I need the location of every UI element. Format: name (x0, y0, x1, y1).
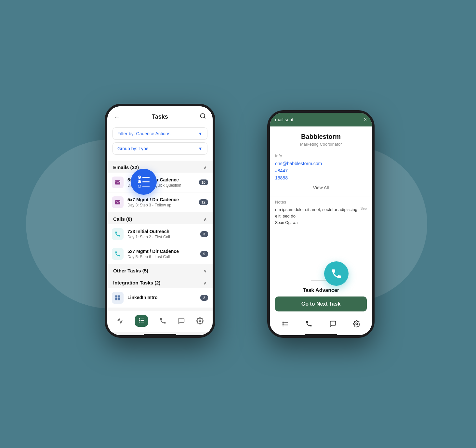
task-name-linkedin-1: LinkedIn Intro (127, 295, 200, 300)
email-icon-1 (114, 180, 121, 185)
right-nav-messages[interactable] (329, 320, 337, 327)
contact-title: Marketing Coordinator (276, 142, 365, 147)
notes-content: em ipsum dolor sit amet, sectetur adipis… (275, 206, 367, 225)
task-advancer-title: Task Advancer (275, 287, 367, 293)
calls-group-title: Calls (8) (113, 216, 132, 222)
integration-tasks-group-title: Integration Tasks (2) (113, 280, 161, 285)
back-button[interactable]: ← (114, 113, 120, 121)
left-screen-content: ← Tasks Filter by: Cadence Actions ▼ (107, 106, 213, 335)
filter-type-btn[interactable]: Group by: Type ▼ (112, 142, 207, 155)
svg-rect-3 (115, 200, 120, 204)
right-screen-content: mail sent × Babblestorm Marketing Coordi… (270, 113, 372, 335)
filter-type-label: Group by: Type (117, 146, 148, 151)
notes-author: Sean Ogawa (275, 220, 360, 225)
other-tasks-group-header[interactable]: Other Tasks (5) ∨ (107, 264, 213, 276)
nav-calls[interactable] (159, 317, 166, 324)
svg-rect-15 (283, 322, 284, 323)
right-tasks-icon (282, 320, 289, 327)
right-nav-settings[interactable] (353, 320, 360, 327)
contact-phone2[interactable]: 15888 (275, 175, 367, 180)
task-badge-email-1: 10 (199, 179, 208, 185)
task-call-1[interactable]: 7x3 Initial Outreach Day 1: Step 2 - Fir… (107, 224, 213, 244)
call-icon-2 (114, 251, 121, 257)
right-bottom-nav (270, 317, 372, 332)
right-messages-icon (329, 320, 337, 327)
email-icon-2 (114, 200, 121, 205)
right-settings-icon (353, 320, 360, 327)
task-linkedin-1[interactable]: LinkedIn Intro 2 (107, 288, 213, 308)
svg-rect-4 (115, 296, 118, 298)
filter-section: Filter by: Cadence Actions ▼ Group by: T… (107, 124, 213, 161)
task-call-2[interactable]: 5x7 Mgmt / Dir Cadence Day 5: Step 6 - L… (107, 244, 213, 264)
task-sub-call-1: Day 1: Step 2 - First Call (127, 235, 200, 239)
task-badge-call-2: 5 (200, 251, 208, 257)
svg-rect-6 (115, 298, 118, 300)
notes-label: Notes (275, 200, 367, 204)
svg-line-1 (204, 117, 205, 119)
contact-name: Babblestorm (276, 133, 365, 140)
go-next-task-button[interactable]: Go to Next Task (275, 296, 367, 311)
filter-cadence-btn[interactable]: Filter by: Cadence Actions ▼ (112, 127, 207, 140)
right-nav-tasks[interactable] (282, 320, 289, 327)
right-nav-calls[interactable] (305, 320, 312, 327)
nav-messages[interactable] (178, 317, 185, 324)
other-tasks-group-chevron: ∨ (204, 268, 207, 273)
integration-tasks-group-chevron: ∧ (204, 280, 207, 285)
activity-icon (116, 317, 124, 324)
task-info-email-2: 5x7 Mgmt / Dir Cadence Day 3: Step 3 - F… (127, 197, 199, 207)
integration-tasks-group-header[interactable]: Integration Tasks (2) ∧ (107, 276, 213, 288)
svg-point-14 (199, 320, 201, 322)
task-sub-email-2: Day 3: Step 3 - Follow up (127, 203, 199, 207)
emails-group-header[interactable]: Emails (22) ∧ (107, 161, 213, 173)
tasks-list: Emails (22) ∧ 5x7 Mgmt / Dir Cadence (107, 161, 213, 311)
float-phone-icon (324, 261, 349, 286)
filter-type-chevron: ▼ (198, 146, 203, 151)
notification-text: mail sent (275, 117, 293, 122)
svg-rect-19 (283, 325, 284, 327)
task-sub-call-2: Day 5: Step 6 - Last Call (127, 255, 200, 259)
svg-rect-17 (283, 323, 284, 325)
nav-activity[interactable] (116, 317, 124, 324)
nav-settings[interactable] (196, 317, 204, 324)
task-email-2[interactable]: 5x7 Mgmt / Dir Cadence Day 3: Step 3 - F… (107, 192, 213, 212)
notes-section: Notes em ipsum dolor sit amet, sectetur … (270, 196, 372, 277)
left-bottom-nav (107, 311, 213, 332)
call-icon-1 (114, 231, 121, 237)
task-info-call-1: 7x3 Initial Outreach Day 1: Step 2 - Fir… (127, 229, 200, 239)
right-home-indicator (305, 334, 337, 335)
svg-point-21 (356, 323, 358, 325)
view-all-button[interactable]: View All (275, 182, 367, 193)
call-icon-wrap-2 (112, 248, 124, 260)
notification-bar: mail sent × (270, 113, 372, 126)
info-section: Info ons@babblestorm.com #8447 15888 Vie… (270, 150, 372, 196)
task-name-email-2: 5x7 Mgmt / Dir Cadence (127, 197, 199, 202)
search-icon[interactable] (200, 113, 206, 121)
call-icon-wrap-1 (112, 228, 124, 240)
email-icon-wrap-1 (112, 177, 124, 188)
task-name-call-1: 7x3 Initial Outreach (127, 229, 200, 234)
contact-email[interactable]: ons@babblestorm.com (275, 161, 367, 166)
notes-body: em ipsum dolor sit amet, sectetur adipis… (275, 206, 360, 225)
right-calls-icon (305, 320, 312, 327)
calls-group-header[interactable]: Calls (8) ∧ (107, 212, 213, 224)
right-phone: mail sent × Babblestorm Marketing Coordi… (267, 110, 375, 338)
task-name-call-2: 5x7 Mgmt / Dir Cadence (127, 249, 200, 254)
calls-icon (159, 317, 166, 324)
emails-group-title: Emails (22) (113, 165, 139, 170)
settings-icon (196, 317, 204, 324)
page-title: Tasks (152, 113, 168, 120)
nav-tasks-active-bg (135, 315, 148, 327)
left-home-indicator (144, 334, 176, 335)
svg-point-0 (200, 114, 205, 118)
svg-rect-2 (115, 180, 120, 185)
linkedin-icon-wrap-1 (112, 292, 124, 304)
nav-tasks[interactable] (135, 315, 148, 327)
notes-date: Sep (360, 206, 367, 210)
notification-close-button[interactable]: × (364, 117, 367, 123)
other-tasks-group-title: Other Tasks (5) (113, 268, 148, 273)
left-phone-screen: ← Tasks Filter by: Cadence Actions ▼ (107, 106, 213, 335)
contact-phone1[interactable]: #8447 (275, 168, 367, 173)
task-email-1[interactable]: 5x7 Mgmt / Dir Cadence Day 1: Step 2 - Q… (107, 173, 213, 192)
contact-header: Babblestorm Marketing Coordinator (270, 126, 372, 150)
task-badge-linkedin-1: 2 (200, 295, 208, 301)
